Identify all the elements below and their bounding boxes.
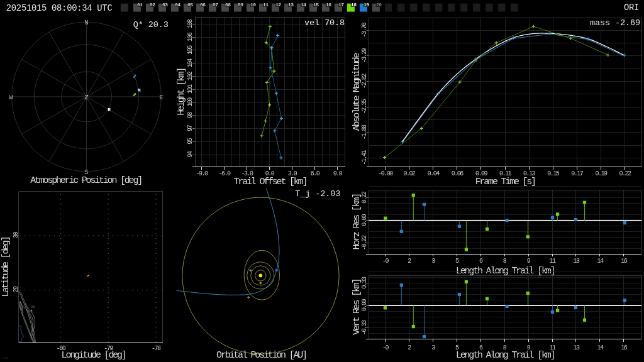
svg-text:10: 10 [250, 2, 256, 8]
svg-text:N: N [84, 19, 89, 26]
svg-text:02: 02 [150, 2, 155, 8]
svg-text:Length Along Trail [km]: Length Along Trail [km] [456, 350, 554, 361]
svg-text:14: 14 [597, 258, 604, 265]
svg-text:03: 03 [162, 2, 168, 8]
svg-text:E: E [159, 94, 164, 101]
svg-text:04: 04 [175, 2, 180, 8]
svg-text:-0.00: -0.00 [378, 170, 393, 177]
svg-text:Frame Time [s]: Frame Time [s] [475, 177, 535, 187]
svg-text:Absolute Magnitude: Absolute Magnitude [352, 53, 362, 131]
svg-text:18: 18 [351, 2, 357, 8]
svg-text:20: 20 [376, 2, 382, 8]
svg-text:102: 102 [187, 71, 194, 80]
svg-text:94: 94 [187, 151, 194, 158]
svg-text:Longitude [deg]: Longitude [deg] [62, 350, 126, 361]
svg-text:Q* 20.3: Q* 20.3 [133, 20, 169, 30]
svg-text:0.17: 0.17 [571, 170, 584, 177]
svg-text:13: 13 [573, 344, 580, 351]
svg-text:105: 105 [187, 45, 194, 55]
svg-text:09: 09 [238, 2, 243, 8]
svg-text:11: 11 [549, 258, 556, 265]
svg-text:08: 08 [225, 2, 231, 8]
svg-text:6.0: 6.0 [311, 170, 320, 177]
svg-text:13: 13 [288, 2, 294, 8]
svg-text:Height [km]: Height [km] [176, 69, 187, 116]
svg-text:vel 70.8: vel 70.8 [304, 18, 345, 28]
svg-text:95: 95 [187, 138, 194, 145]
svg-text:97: 97 [187, 125, 194, 132]
svg-text:-9.0: -9.0 [196, 170, 209, 177]
svg-text:Horz Res [km]: Horz Res [km] [352, 194, 362, 250]
svg-text:98: 98 [187, 112, 194, 119]
svg-text:106: 106 [187, 32, 194, 41]
svg-text:11: 11 [263, 2, 269, 8]
svg-text:20: 20 [31, 305, 35, 309]
svg-text:0.15: 0.15 [547, 170, 560, 177]
svg-text:T_j -2.03: T_j -2.03 [295, 189, 340, 199]
svg-text:06: 06 [200, 2, 206, 8]
svg-text:Z: Z [84, 94, 89, 101]
svg-text:101: 101 [187, 84, 194, 94]
svg-text:19: 19 [364, 2, 369, 8]
svg-text:0.06: 0.06 [452, 170, 464, 177]
svg-text:0.22: 0.22 [619, 170, 631, 177]
svg-text:Vert Res [km]: Vert Res [km] [352, 280, 362, 335]
svg-text:-1.41: -1.41 [361, 150, 368, 165]
svg-text:01: 01 [137, 2, 143, 8]
svg-text:104: 104 [187, 58, 194, 67]
svg-text:0.04: 0.04 [428, 170, 440, 177]
svg-text:Trail Offset [km]: Trail Offset [km] [234, 177, 307, 187]
svg-text:07: 07 [213, 2, 218, 8]
svg-text:15: 15 [313, 2, 319, 8]
svg-text:R: R [108, 107, 111, 112]
svg-text:12: 12 [275, 2, 281, 8]
svg-text:20251015 08:00:34 UTC: 20251015 08:00:34 UTC [6, 4, 113, 13]
svg-text:-78: -78 [152, 345, 161, 352]
svg-text:Length Along Trail [km]: Length Along Trail [km] [456, 266, 554, 277]
svg-text:17: 17 [338, 2, 344, 8]
svg-text:0.19: 0.19 [595, 170, 608, 177]
svg-text:ORI: ORI [624, 3, 639, 13]
svg-text:9.0: 9.0 [333, 170, 343, 177]
svg-text:13: 13 [573, 258, 580, 265]
svg-text:-0: -0 [382, 258, 389, 265]
svg-text:14: 14 [301, 2, 306, 8]
svg-text:Orbital Position [AU]: Orbital Position [AU] [216, 350, 306, 361]
svg-text:-6.0: -6.0 [219, 170, 231, 177]
svg-text:mass -2.69: mass -2.69 [590, 18, 640, 28]
svg-text:05: 05 [187, 2, 193, 8]
svg-text:14: 14 [597, 344, 604, 351]
svg-text:Atmospheric Position [deg]: Atmospheric Position [deg] [30, 175, 142, 186]
svg-text:16: 16 [621, 344, 628, 351]
svg-text:16: 16 [326, 2, 331, 8]
svg-text:Latitude [deg]: Latitude [deg] [1, 237, 11, 297]
svg-text:-0: -0 [382, 344, 389, 351]
svg-text:W: W [9, 94, 13, 101]
svg-text:108: 108 [187, 19, 194, 28]
svg-text:16: 16 [621, 258, 628, 265]
svg-text:riW: riW [2, 356, 9, 360]
svg-text:-3.76: -3.76 [361, 23, 368, 38]
svg-text:0.02: 0.02 [404, 170, 416, 177]
svg-text:M: M [138, 87, 141, 93]
svg-text:100: 100 [187, 97, 194, 107]
